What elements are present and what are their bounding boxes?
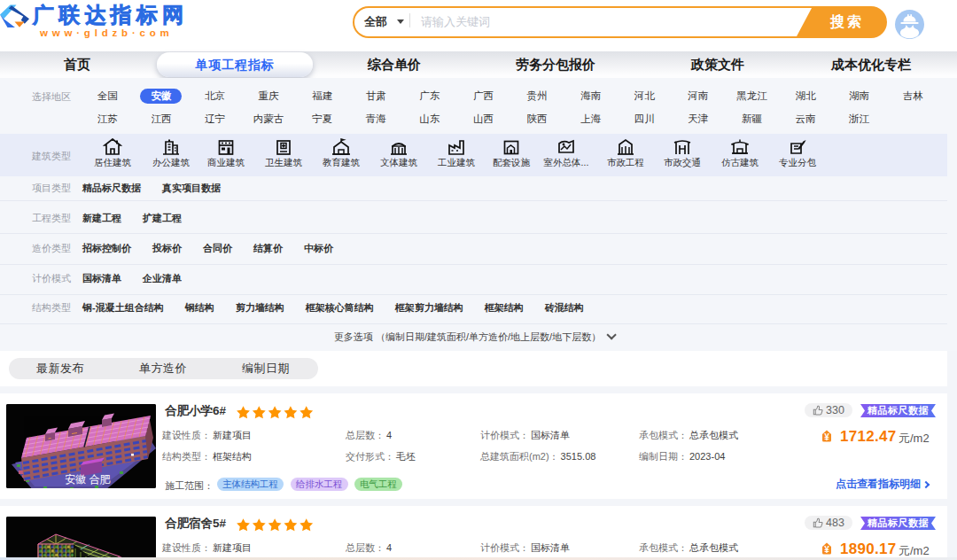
svg-text:¥: ¥ [824,545,829,555]
svg-text:¥: ¥ [824,432,829,442]
svg-text:安徽 合肥: 安徽 合肥 [65,473,110,486]
